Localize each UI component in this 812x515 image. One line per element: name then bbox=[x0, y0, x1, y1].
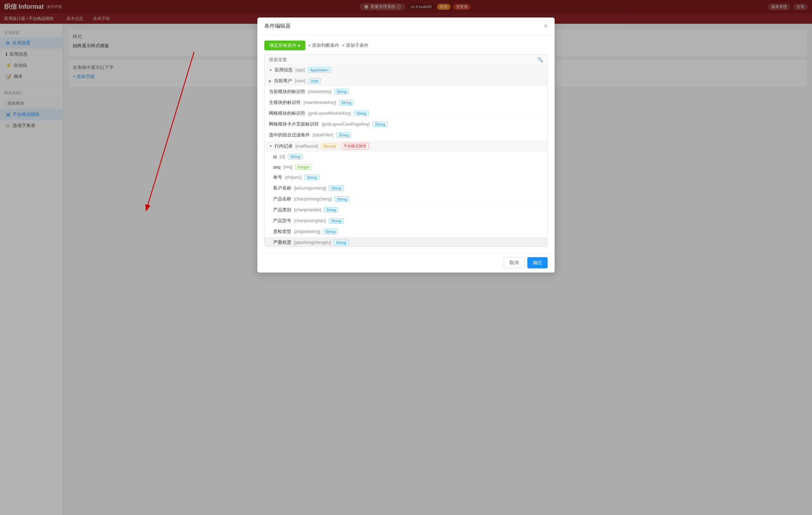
variable-item[interactable]: 单号[zhijian1]String bbox=[265, 172, 547, 183]
condition-editor-dialog: 条件编辑器 × 满足所有条件 ▾ + 添加判断条件 + 添加子条件 🔍 ▼应用信… bbox=[257, 17, 555, 273]
variable-search-input[interactable] bbox=[269, 57, 537, 62]
variable-item[interactable]: 主模块的标识符[mainModuleKey]String bbox=[265, 97, 547, 108]
dialog-close-button[interactable]: × bbox=[544, 22, 548, 30]
variable-item[interactable]: 网格模块的标识符[gridLayoutModuleKey]String bbox=[265, 108, 547, 119]
var-name: 选中的组合过滤条件 bbox=[269, 132, 310, 138]
var-extra-tag: 不合格品报告 bbox=[341, 143, 369, 149]
variable-item[interactable]: 产品名称[chanpinmingcheng]String bbox=[265, 194, 547, 205]
var-name: id bbox=[273, 154, 277, 160]
variable-item[interactable]: 严重程度[yanzhongchengdu]String bbox=[265, 237, 547, 247]
variable-item[interactable]: ▼行内记录[rowRecord]Record不合格品报告 bbox=[265, 141, 547, 152]
variable-item[interactable]: 网格模块卡片页面标识符[gridLayoutCardPageKey]String bbox=[265, 119, 547, 130]
var-name: 当前模块的标识符 bbox=[269, 89, 305, 95]
var-key: [tableFilter] bbox=[313, 133, 333, 137]
var-type-tag: String bbox=[304, 175, 319, 180]
variable-item[interactable]: 客户名称[kehumigncheng]String bbox=[265, 183, 547, 194]
variable-item[interactable]: ▶当前用户[user]User bbox=[265, 76, 547, 86]
var-key: [user] bbox=[295, 78, 305, 83]
collapse-icon: ▶ bbox=[269, 79, 272, 83]
var-key: [moduleKey] bbox=[308, 89, 332, 94]
var-name: 产品类别 bbox=[273, 207, 291, 213]
variable-search-bar: 🔍 bbox=[265, 55, 547, 65]
var-name: 应用信息 bbox=[275, 67, 293, 73]
var-type-tag: String bbox=[334, 240, 349, 245]
var-name: 客户名称 bbox=[273, 185, 291, 191]
variable-item[interactable]: 当前模块的标识符[moduleKey]String bbox=[265, 86, 547, 97]
add-child-button[interactable]: + 添加子条件 bbox=[342, 42, 369, 49]
confirm-button[interactable]: 确定 bbox=[527, 257, 548, 268]
add-condition-button[interactable]: + 添加判断条件 bbox=[308, 42, 339, 49]
collapse-icon: ▼ bbox=[269, 68, 272, 72]
var-type-tag: String bbox=[334, 89, 349, 94]
var-name: 单号 bbox=[273, 174, 282, 181]
dialog-body: 满足所有条件 ▾ + 添加判断条件 + 添加子条件 🔍 ▼应用信息[app]Ap… bbox=[257, 35, 555, 253]
dialog-footer: 取消 确定 bbox=[257, 253, 555, 273]
var-key: [chanpinleibie] bbox=[294, 207, 321, 212]
var-key: [id] bbox=[279, 154, 285, 159]
var-key: [zhijian1] bbox=[285, 175, 301, 180]
dialog-header: 条件编辑器 × bbox=[257, 17, 555, 35]
variable-item[interactable]: 质检类型[zhijianleixing]String bbox=[265, 226, 547, 237]
variable-item[interactable]: 产品型号[chanpinxinghao]String bbox=[265, 216, 547, 226]
var-name: 网格模块的标识符 bbox=[269, 110, 305, 117]
var-name: 产品名称 bbox=[273, 196, 291, 202]
var-name: 主模块的标识符 bbox=[269, 99, 301, 106]
var-name: 网格模块卡片页面标识符 bbox=[269, 121, 319, 127]
variable-item[interactable]: seq[seq]Integer bbox=[265, 162, 547, 172]
var-type-tag: String bbox=[329, 185, 344, 191]
var-key: [mainModuleKey] bbox=[304, 100, 336, 105]
var-type-tag: String bbox=[339, 100, 354, 105]
var-key: [chanpinmingcheng] bbox=[294, 197, 332, 202]
condition-toolbar: 满足所有条件 ▾ + 添加判断条件 + 添加子条件 bbox=[264, 41, 548, 50]
collapse-icon: ▼ bbox=[269, 144, 272, 148]
var-type-tag: String bbox=[329, 218, 344, 224]
var-key: [kehumigncheng] bbox=[294, 186, 326, 191]
variable-list: ▼应用信息[app]Application▶当前用户[user]User当前模块… bbox=[265, 65, 547, 247]
variable-item[interactable]: id[id]String bbox=[265, 152, 547, 162]
var-key: [zhijianleixing] bbox=[294, 229, 320, 234]
var-name: 质检类型 bbox=[273, 228, 291, 235]
variable-item[interactable]: ▼应用信息[app]Application bbox=[265, 65, 547, 76]
var-name: 当前用户 bbox=[274, 78, 292, 84]
var-type-tag: String bbox=[324, 207, 339, 213]
var-key: [rowRecord] bbox=[295, 144, 318, 149]
var-key: [gridLayoutModuleKey] bbox=[308, 111, 351, 116]
variable-panel: 🔍 ▼应用信息[app]Application▶当前用户[user]User当前… bbox=[264, 55, 548, 247]
var-type-tag: Integer bbox=[295, 164, 312, 170]
var-type-tag: String bbox=[336, 132, 351, 138]
var-type-tag: String bbox=[323, 229, 338, 234]
var-type-tag: User bbox=[308, 78, 321, 84]
cancel-button[interactable]: 取消 bbox=[504, 257, 525, 268]
var-key: [yanzhongchengdu] bbox=[294, 240, 331, 245]
var-name: seq bbox=[273, 164, 280, 170]
var-key: [app] bbox=[295, 68, 305, 72]
var-type-tag: String bbox=[288, 154, 303, 160]
var-type-tag: Record bbox=[321, 143, 338, 149]
var-name: 产品型号 bbox=[273, 218, 291, 224]
var-type-tag: String bbox=[334, 196, 349, 202]
var-key: [gridLayoutCardPageKey] bbox=[322, 122, 370, 127]
var-type-tag: Application bbox=[308, 67, 332, 73]
variable-item[interactable]: 选中的组合过滤条件[tableFilter]String bbox=[265, 130, 547, 141]
satisfy-all-button[interactable]: 满足所有条件 ▾ bbox=[264, 41, 305, 50]
var-name: 严重程度 bbox=[273, 239, 291, 246]
var-type-tag: String bbox=[354, 111, 369, 116]
search-icon: 🔍 bbox=[537, 57, 543, 62]
dialog-title: 条件编辑器 bbox=[264, 23, 291, 29]
variable-item[interactable]: 产品类别[chanpinleibie]String bbox=[265, 205, 547, 216]
var-key: [seq] bbox=[283, 164, 292, 169]
var-key: [chanpinxinghao] bbox=[294, 218, 326, 223]
var-type-tag: String bbox=[372, 121, 387, 127]
var-name: 行内记录 bbox=[275, 143, 293, 149]
dropdown-icon: ▾ bbox=[298, 43, 300, 48]
